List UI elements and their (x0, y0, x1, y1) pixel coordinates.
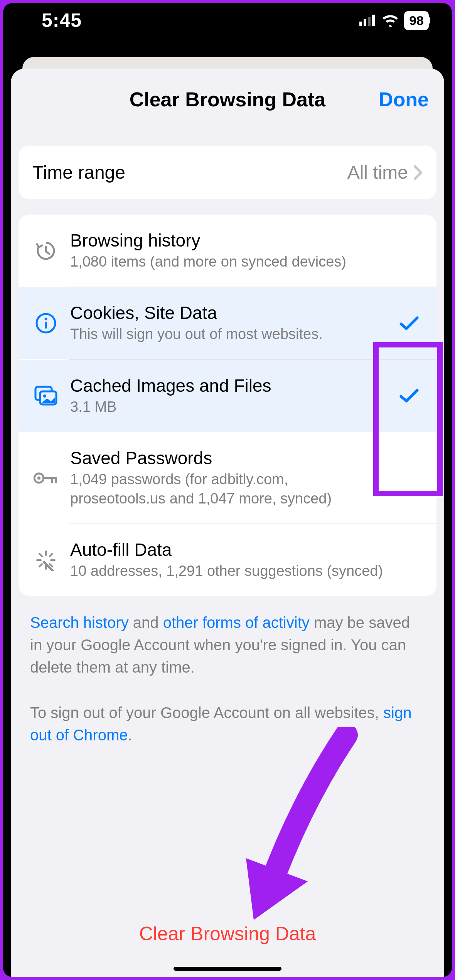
time-range-label: Time range (32, 162, 125, 183)
history-title: Browsing history (70, 230, 385, 251)
history-icon (35, 240, 57, 262)
history-subtitle: 1,080 items (and more on synced devices) (70, 252, 385, 271)
svg-line-19 (50, 554, 52, 556)
device-frame: 5:45 98 Clear Browsing Data Done Time ra… (3, 3, 452, 977)
time-range-row[interactable]: Time range All time (19, 146, 436, 199)
wifi-icon (382, 14, 399, 27)
time-range-card: Time range All time (19, 146, 436, 199)
svg-line-16 (39, 554, 42, 556)
svg-line-18 (39, 564, 42, 567)
footer-note-2: To sign out of your Google Account on al… (19, 678, 436, 762)
status-bar: 5:45 98 (3, 3, 452, 38)
cookies-title: Cookies, Site Data (70, 302, 385, 323)
svg-rect-3 (372, 15, 375, 26)
passwords-title: Saved Passwords (70, 448, 385, 468)
cellular-icon (359, 15, 376, 26)
row-autofill[interactable]: Auto-fill Data 10 addresses, 1,291 other… (19, 524, 436, 596)
cookies-subtitle: This will sign you out of most websites. (70, 325, 385, 344)
link-search-history[interactable]: Search history (30, 614, 129, 631)
svg-point-5 (45, 318, 47, 321)
cache-title: Cached Images and Files (70, 375, 385, 396)
row-cookies[interactable]: Cookies, Site Data This will sign you ou… (19, 287, 436, 359)
row-cache[interactable]: Cached Images and Files 3.1 MB (19, 360, 436, 432)
modal-sheet: Clear Browsing Data Done Time range All … (11, 69, 444, 977)
svg-point-11 (37, 477, 40, 480)
svg-rect-2 (368, 17, 371, 26)
check-icon (399, 388, 419, 403)
done-button[interactable]: Done (379, 88, 429, 111)
key-icon (34, 470, 58, 486)
row-passwords[interactable]: Saved Passwords 1,049 passwords (for adb… (19, 432, 436, 524)
sheet-content: Time range All time Browsing history 1,0… (11, 130, 444, 900)
images-icon (34, 385, 58, 406)
svg-rect-0 (359, 22, 362, 26)
autofill-title: Auto-fill Data (70, 539, 385, 560)
status-icons: 98 (359, 11, 429, 30)
info-icon (35, 313, 56, 334)
link-other-activity[interactable]: other forms of activity (163, 614, 310, 631)
action-bar: Clear Browsing Data (11, 900, 444, 977)
sheet-title: Clear Browsing Data (130, 88, 326, 111)
status-time: 5:45 (42, 9, 82, 32)
svg-line-17 (50, 564, 52, 567)
check-icon (399, 315, 419, 331)
cache-subtitle: 3.1 MB (70, 398, 385, 416)
svg-rect-1 (364, 19, 366, 26)
battery-icon: 98 (404, 11, 429, 30)
data-types-card: Browsing history 1,080 items (and more o… (19, 215, 436, 596)
passwords-subtitle: 1,049 passwords (for adbitly.com, proseo… (70, 470, 385, 508)
sheet-header: Clear Browsing Data Done (11, 69, 444, 130)
wand-icon (35, 549, 57, 571)
svg-rect-6 (45, 322, 47, 329)
svg-point-9 (43, 394, 46, 398)
autofill-subtitle: 10 addresses, 1,291 other suggestions (s… (70, 562, 385, 581)
clear-browsing-data-button[interactable]: Clear Browsing Data (11, 900, 444, 967)
row-browsing-history[interactable]: Browsing history 1,080 items (and more o… (19, 215, 436, 287)
footer-note-1: Search history and other forms of activi… (19, 596, 436, 678)
time-range-value: All time (347, 162, 408, 183)
home-indicator (174, 967, 281, 971)
chevron-right-icon (413, 165, 423, 180)
